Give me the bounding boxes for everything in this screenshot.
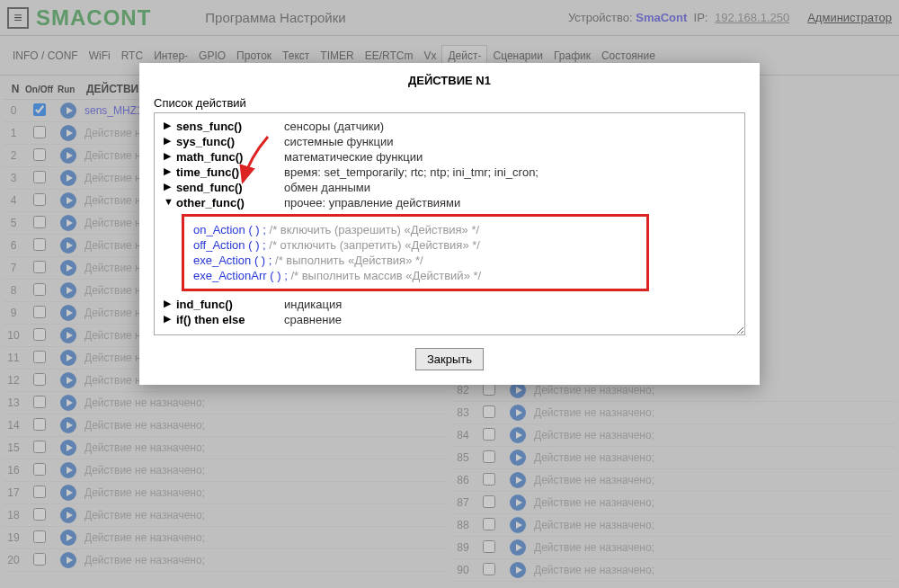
modal-title: ДЕЙСТВИЕ N1 [154, 74, 745, 87]
expand-icon: ▼ [164, 196, 176, 207]
func-name: math_func() [176, 150, 284, 164]
func-desc: обмен данными [284, 181, 370, 194]
expand-icon: ▶ [164, 313, 176, 325]
func-name: send_func() [176, 181, 284, 194]
func-desc: математические функции [284, 150, 423, 164]
expand-icon: ▶ [164, 135, 176, 147]
func-name: if() then else [176, 313, 284, 326]
expand-icon: ▶ [164, 165, 176, 177]
expand-icon: ▶ [164, 298, 176, 309]
func-desc: прочее: управление действиями [284, 196, 460, 209]
modal-list-title: Список действий [154, 96, 745, 110]
func-desc: сенсоры (датчики) [284, 120, 384, 133]
expand-icon: ▶ [164, 181, 176, 192]
expanded-other-func: on_Action ( ) ; /* включить (разрешить) … [182, 214, 649, 291]
expanded-func-item[interactable]: exe_ActionArr ( ) ; /* выполнить массив … [193, 268, 637, 283]
func-desc: системные функции [284, 135, 394, 148]
expand-icon: ▶ [164, 120, 176, 131]
expanded-func-item[interactable]: exe_Action ( ) ; /* выполнить «Действия»… [193, 253, 637, 268]
func-name: sys_func() [176, 135, 284, 148]
func-desc: индикация [284, 298, 342, 311]
close-button[interactable]: Закрыть [415, 348, 484, 370]
expand-icon: ▶ [164, 150, 176, 162]
func-item[interactable]: ▼other_func()прочее: управление действия… [164, 195, 735, 210]
func-name: other_func() [176, 196, 284, 209]
func-item[interactable]: ▶if() then elseсравнение [164, 312, 735, 327]
func-item[interactable]: ▶ind_func()индикация [164, 297, 735, 312]
func-item[interactable]: ▶send_func()обмен данными [164, 180, 735, 195]
function-list-box: ▶sens_func()сенсоры (датчики)▶sys_func()… [154, 112, 745, 335]
func-name: ind_func() [176, 298, 284, 311]
func-name: time_func() [176, 165, 284, 179]
expanded-func-item[interactable]: off_Action ( ) ; /* отключить (запретить… [193, 237, 637, 253]
func-desc: время: set_temporarily; rtc; ntp; ini_tm… [284, 165, 539, 179]
expanded-func-item[interactable]: on_Action ( ) ; /* включить (разрешить) … [193, 222, 637, 237]
func-item[interactable]: ▶sens_func()сенсоры (датчики) [164, 119, 735, 134]
func-item[interactable]: ▶math_func()математические функции [164, 149, 735, 165]
func-desc: сравнение [284, 313, 342, 326]
func-item[interactable]: ▶time_func()время: set_temporarily; rtc;… [164, 165, 735, 180]
action-modal: ДЕЙСТВИЕ N1 Список действий ▶sens_func()… [139, 63, 760, 385]
func-name: sens_func() [176, 120, 284, 133]
func-item[interactable]: ▶sys_func()системные функции [164, 134, 735, 149]
